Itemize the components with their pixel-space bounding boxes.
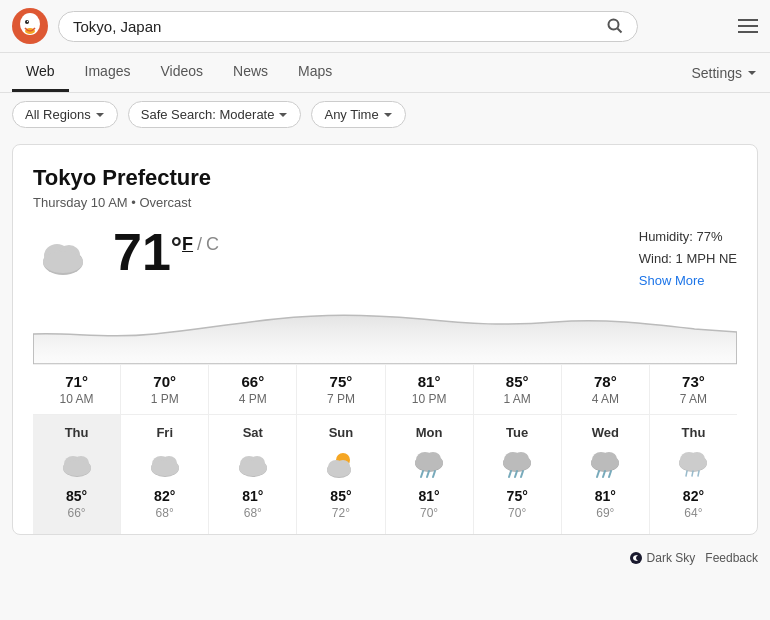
tab-videos[interactable]: Videos (146, 53, 217, 92)
daily-high: 81° (390, 488, 469, 504)
daily-high: 85° (37, 488, 116, 504)
daily-high: 85° (301, 488, 380, 504)
temp-unit: F / C (182, 226, 219, 255)
daily-item: Wed 81° 69° (562, 415, 650, 534)
daily-item: Mon 81° 70° (386, 415, 474, 534)
daily-day: Mon (390, 425, 469, 440)
hourly-temps: 71°10 AM70°1 PM66°4 PM75°7 PM81°10 PM85°… (33, 364, 737, 414)
daily-day: Fri (125, 425, 204, 440)
weather-title: Tokyo Prefecture (33, 165, 737, 191)
region-filter[interactable]: All Regions (12, 101, 118, 128)
hourly-time: 1 AM (478, 392, 557, 406)
hourly-item: 73°7 AM (650, 365, 737, 414)
daily-icon (147, 446, 183, 482)
svg-line-48 (609, 471, 611, 477)
top-bar (0, 0, 770, 53)
svg-point-3 (27, 21, 28, 22)
daily-day: Thu (37, 425, 116, 440)
svg-point-10 (43, 251, 83, 273)
hourly-temp: 73° (654, 373, 733, 390)
daily-low: 68° (125, 506, 204, 520)
forecast-graph (33, 304, 737, 364)
daily-low: 69° (566, 506, 645, 520)
daily-item: Fri 82° 68° (121, 415, 209, 534)
daily-icon (587, 446, 623, 482)
daily-low: 64° (654, 506, 733, 520)
daily-high: 82° (654, 488, 733, 504)
daily-item: Thu 85° 66° (33, 415, 121, 534)
daily-item: Thu 82° 64° (650, 415, 737, 534)
daily-high: 81° (213, 488, 292, 504)
hourly-time: 10 AM (37, 392, 116, 406)
hourly-temp: 71° (37, 373, 116, 390)
daily-item: Sun 85° 72° (297, 415, 385, 534)
hourly-item: 75°7 PM (297, 365, 385, 414)
daily-item: Sat 81° 68° (209, 415, 297, 534)
hourly-time: 7 AM (654, 392, 733, 406)
current-weather-icon (33, 226, 93, 286)
hourly-time: 10 PM (390, 392, 469, 406)
unit-c[interactable]: C (206, 234, 219, 255)
svg-point-22 (239, 460, 267, 476)
temp-block: 71 ° F / C (113, 226, 219, 278)
filters-bar: All Regions Safe Search: Moderate Any Ti… (0, 93, 770, 136)
svg-point-52 (679, 455, 707, 471)
tab-maps[interactable]: Maps (284, 53, 346, 92)
daily-day: Wed (566, 425, 645, 440)
daily-icon (235, 446, 271, 482)
hourly-temp: 75° (301, 373, 380, 390)
hourly-item: 78°4 AM (562, 365, 650, 414)
hourly-temp: 81° (390, 373, 469, 390)
svg-point-2 (25, 20, 29, 24)
tab-web[interactable]: Web (12, 53, 69, 92)
current-temp: 71 (113, 226, 171, 278)
weather-card: Tokyo Prefecture Thursday 10 AM • Overca… (12, 144, 758, 535)
search-button[interactable] (607, 18, 623, 34)
svg-line-46 (597, 471, 599, 477)
svg-line-53 (686, 471, 687, 476)
time-filter[interactable]: Any Time (311, 101, 405, 128)
duckduckgo-logo[interactable] (12, 8, 48, 44)
feedback-link[interactable]: Feedback (705, 551, 758, 565)
dark-sky-text[interactable]: Dark Sky (647, 551, 696, 565)
wind: Wind: 1 MPH NE (639, 248, 737, 270)
daily-day: Tue (478, 425, 557, 440)
svg-point-27 (327, 463, 351, 477)
hourly-item: 66°4 PM (209, 365, 297, 414)
daily-low: 72° (301, 506, 380, 520)
svg-line-41 (521, 471, 523, 477)
humidity: Humidity: 77% (639, 226, 737, 248)
unit-f[interactable]: F (182, 234, 193, 255)
hourly-time: 7 PM (301, 392, 380, 406)
weather-current: 71 ° F / C Humidity: 77% Wind: 1 MPH NE … (33, 226, 737, 292)
daily-high: 82° (125, 488, 204, 504)
daily-day: Thu (654, 425, 733, 440)
hourly-item: 70°1 PM (121, 365, 209, 414)
dark-sky-link[interactable]: Dark Sky (629, 551, 696, 565)
search-input[interactable] (73, 18, 599, 35)
safe-search-filter[interactable]: Safe Search: Moderate (128, 101, 302, 128)
daily-item: Tue 75° 70° (474, 415, 562, 534)
daily-high: 75° (478, 488, 557, 504)
svg-line-39 (509, 471, 511, 477)
daily-low: 70° (390, 506, 469, 520)
svg-line-6 (618, 29, 622, 33)
svg-point-18 (151, 460, 179, 476)
daily-icon (675, 446, 711, 482)
daily-high: 81° (566, 488, 645, 504)
tab-images[interactable]: Images (71, 53, 145, 92)
settings-tab[interactable]: Settings (691, 65, 758, 81)
show-more-button[interactable]: Show More (639, 270, 737, 292)
daily-day: Sat (213, 425, 292, 440)
hamburger-menu[interactable] (738, 19, 758, 33)
hourly-temp: 70° (125, 373, 204, 390)
hourly-item: 81°10 PM (386, 365, 474, 414)
hourly-item: 71°10 AM (33, 365, 121, 414)
daily-icon (59, 446, 95, 482)
hourly-time: 4 AM (566, 392, 645, 406)
daily-forecast: Thu 85° 66° Fri 82° 68° Sat (33, 414, 737, 534)
weather-details: Humidity: 77% Wind: 1 MPH NE Show More (639, 226, 737, 292)
tab-news[interactable]: News (219, 53, 282, 92)
nav-tabs: Web Images Videos News Maps Settings (0, 53, 770, 93)
search-bar (58, 11, 638, 42)
